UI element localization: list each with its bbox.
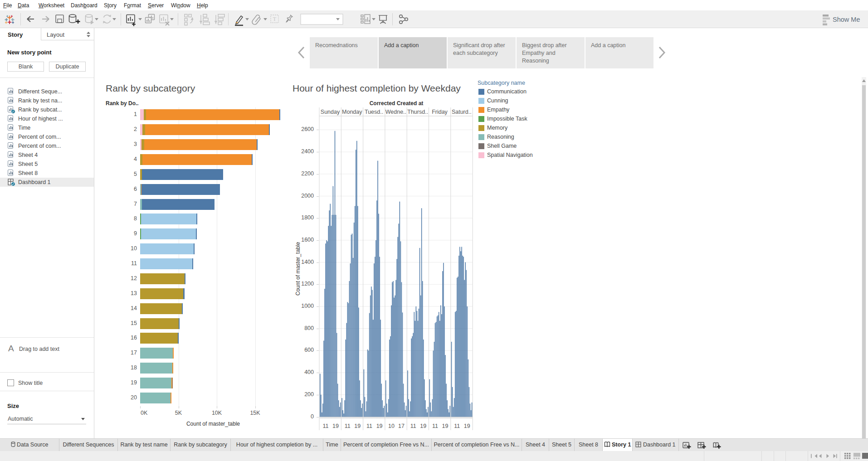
svg-text:T: T (273, 16, 277, 22)
svg-text:Show Me: Show Me (833, 16, 860, 23)
